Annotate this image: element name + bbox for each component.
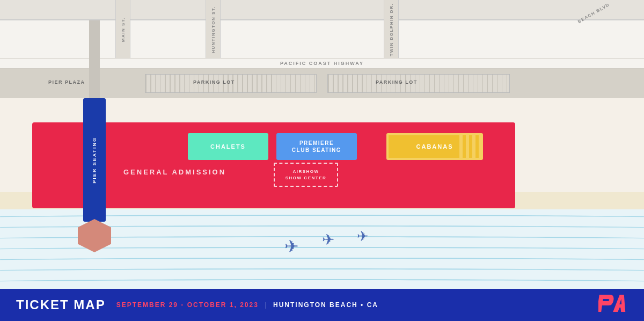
street-twin-dolphin: TWIN DOLPHIN DR. bbox=[384, 0, 399, 58]
parking-hatch-2 bbox=[327, 74, 510, 93]
premiere-label: PREMIERECLUB SEATING bbox=[292, 140, 341, 154]
cabanas-zone[interactable]: CABANAS bbox=[386, 133, 483, 160]
footer-dates: SEPTEMBER 29 - OCTOBER 1, 2023 bbox=[116, 301, 259, 309]
page-wrapper: MAIN ST. HUNTINGTON ST. TWIN DOLPHIN DR.… bbox=[0, 0, 644, 321]
pier-plaza-label: PIER PLAZA bbox=[48, 79, 85, 85]
premiere-club-zone[interactable]: PREMIERECLUB SEATING bbox=[276, 133, 357, 160]
street-main: MAIN ST. bbox=[115, 0, 130, 58]
wave-6 bbox=[0, 268, 644, 276]
street-beach-blvd: Beach Blvd bbox=[569, 0, 612, 59]
footer-separator: | bbox=[265, 301, 267, 309]
parking-label-1: PARKING LOT bbox=[193, 79, 235, 85]
parking-label-2: PARKING LOT bbox=[376, 79, 418, 85]
pch-label: PACIFIC COAST HIGHWAY bbox=[280, 61, 364, 66]
pier-bar-top bbox=[89, 20, 100, 100]
cabanas-label: CABANAS bbox=[416, 143, 453, 150]
footer-title: TICKET MAP bbox=[16, 297, 106, 312]
footer-logo bbox=[598, 294, 628, 317]
footer-bar: TICKET MAP SEPTEMBER 29 - OCTOBER 1, 202… bbox=[0, 289, 644, 321]
airplane-2: ✈ bbox=[322, 231, 334, 249]
airshow-label: AIRSHOWSHOW CENTER bbox=[286, 169, 327, 180]
chalets-label: CHALETS bbox=[210, 143, 246, 150]
airplane-3: ✈ bbox=[357, 228, 369, 245]
pier-seating-zone[interactable]: PIER SEATING bbox=[83, 98, 106, 222]
cabanas-stripes bbox=[459, 135, 481, 158]
wave-5 bbox=[0, 258, 644, 265]
street-huntington: HUNTINGTON ST. bbox=[206, 0, 221, 58]
airplane-1: ✈ bbox=[284, 236, 299, 257]
top-road bbox=[0, 0, 644, 20]
wave-7 bbox=[0, 279, 644, 287]
footer-location: HUNTINGTON BEACH • CA bbox=[273, 301, 378, 309]
chalets-zone[interactable]: CHALETS bbox=[188, 133, 268, 160]
airshow-show-center: AIRSHOWSHOW CENTER bbox=[274, 163, 338, 187]
general-admission-label: GENERAL ADMISSION bbox=[123, 168, 226, 176]
pier-seating-label: PIER SEATING bbox=[92, 137, 97, 184]
